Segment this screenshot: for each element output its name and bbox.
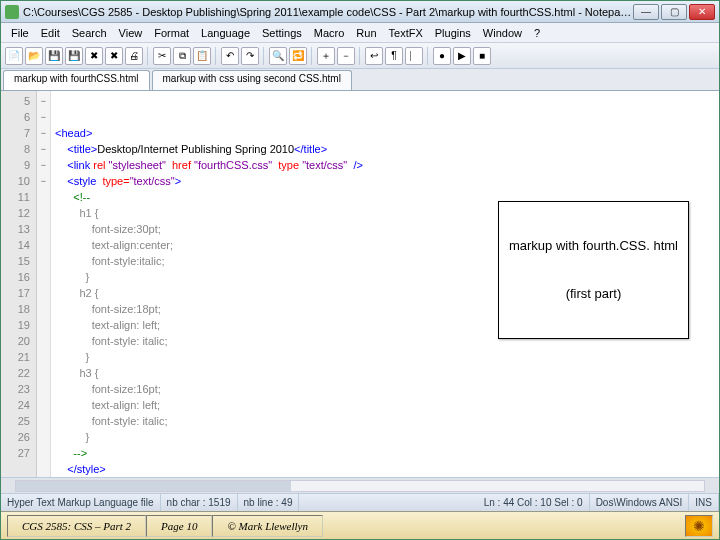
menu-macro[interactable]: Macro <box>308 25 351 41</box>
annotation-callout: markup with fourth.CSS. html (first part… <box>498 201 689 339</box>
zoom-out-icon[interactable]: － <box>337 47 355 65</box>
callout-line-1: markup with fourth.CSS. html <box>509 238 678 254</box>
status-lines: nb line : 49 <box>238 494 300 511</box>
status-filetype: Hyper Text Markup Language file <box>1 494 161 511</box>
status-position: Ln : 44 Col : 10 Sel : 0 <box>478 494 590 511</box>
footer-page: Page 10 <box>146 515 212 537</box>
fold-margin[interactable]: −−−−−− <box>37 91 51 477</box>
wrap-icon[interactable]: ↩ <box>365 47 383 65</box>
replace-icon[interactable]: 🔁 <box>289 47 307 65</box>
redo-icon[interactable]: ↷ <box>241 47 259 65</box>
menu-run[interactable]: Run <box>350 25 382 41</box>
find-icon[interactable]: 🔍 <box>269 47 287 65</box>
paste-icon[interactable]: 📋 <box>193 47 211 65</box>
toolbar-separator <box>359 47 361 65</box>
copy-icon[interactable]: ⧉ <box>173 47 191 65</box>
horizontal-scrollbar[interactable] <box>1 477 719 493</box>
line-number-gutter: 5678910111213141516171819202122232425262… <box>1 91 37 477</box>
menu-help[interactable]: ? <box>528 25 546 41</box>
print-icon[interactable]: 🖨 <box>125 47 143 65</box>
cut-icon[interactable]: ✂ <box>153 47 171 65</box>
close-button[interactable]: ✕ <box>689 4 715 20</box>
minimize-button[interactable]: — <box>633 4 659 20</box>
slide-footer: CGS 2585: CSS – Part 2 Page 10 © Mark Ll… <box>1 511 719 539</box>
save-all-icon[interactable]: 💾 <box>65 47 83 65</box>
app-icon <box>5 5 19 19</box>
menu-language[interactable]: Language <box>195 25 256 41</box>
macro-play-icon[interactable]: ▶ <box>453 47 471 65</box>
toolbar-separator <box>311 47 313 65</box>
toolbar: 📄 📂 💾 💾 ✖ ✖ 🖨 ✂ ⧉ 📋 ↶ ↷ 🔍 🔁 ＋ － ↩ ¶ ⎸ ● … <box>1 43 719 69</box>
macro-rec-icon[interactable]: ● <box>433 47 451 65</box>
menu-textfx[interactable]: TextFX <box>383 25 429 41</box>
menu-format[interactable]: Format <box>148 25 195 41</box>
tab-file-2[interactable]: markup with css using second CSS.html <box>152 70 352 90</box>
indent-guide-icon[interactable]: ⎸ <box>405 47 423 65</box>
save-icon[interactable]: 💾 <box>45 47 63 65</box>
menu-plugins[interactable]: Plugins <box>429 25 477 41</box>
title-bar: C:\Courses\CGS 2585 - Desktop Publishing… <box>1 1 719 23</box>
footer-course: CGS 2585: CSS – Part 2 <box>7 515 146 537</box>
macro-stop-icon[interactable]: ■ <box>473 47 491 65</box>
toolbar-separator <box>427 47 429 65</box>
status-bar: Hyper Text Markup Language file nb char … <box>1 493 719 511</box>
tab-file-1[interactable]: markup with fourthCSS.html <box>3 70 150 90</box>
menu-search[interactable]: Search <box>66 25 113 41</box>
toolbar-separator <box>147 47 149 65</box>
open-icon[interactable]: 📂 <box>25 47 43 65</box>
close-file-icon[interactable]: ✖ <box>85 47 103 65</box>
show-all-icon[interactable]: ¶ <box>385 47 403 65</box>
menu-bar: File Edit Search View Format Language Se… <box>1 23 719 43</box>
callout-line-2: (first part) <box>509 286 678 302</box>
new-icon[interactable]: 📄 <box>5 47 23 65</box>
menu-file[interactable]: File <box>5 25 35 41</box>
menu-view[interactable]: View <box>113 25 149 41</box>
window-title: C:\Courses\CGS 2585 - Desktop Publishing… <box>23 6 633 18</box>
footer-author: © Mark Llewellyn <box>212 515 322 537</box>
undo-icon[interactable]: ↶ <box>221 47 239 65</box>
toolbar-separator <box>263 47 265 65</box>
zoom-in-icon[interactable]: ＋ <box>317 47 335 65</box>
status-encoding: Dos\Windows ANSI <box>590 494 690 511</box>
code-content[interactable]: <head> <title>Desktop/Internet Publishin… <box>51 91 719 477</box>
close-all-icon[interactable]: ✖ <box>105 47 123 65</box>
editor-area[interactable]: 5678910111213141516171819202122232425262… <box>1 91 719 477</box>
menu-window[interactable]: Window <box>477 25 528 41</box>
ucf-logo-icon: ✺ <box>685 515 713 537</box>
tab-bar: markup with fourthCSS.html markup with c… <box>1 69 719 91</box>
status-chars: nb char : 1519 <box>161 494 238 511</box>
status-insert: INS <box>689 494 719 511</box>
toolbar-separator <box>215 47 217 65</box>
menu-edit[interactable]: Edit <box>35 25 66 41</box>
maximize-button[interactable]: ▢ <box>661 4 687 20</box>
menu-settings[interactable]: Settings <box>256 25 308 41</box>
scrollbar-thumb[interactable] <box>16 481 291 491</box>
